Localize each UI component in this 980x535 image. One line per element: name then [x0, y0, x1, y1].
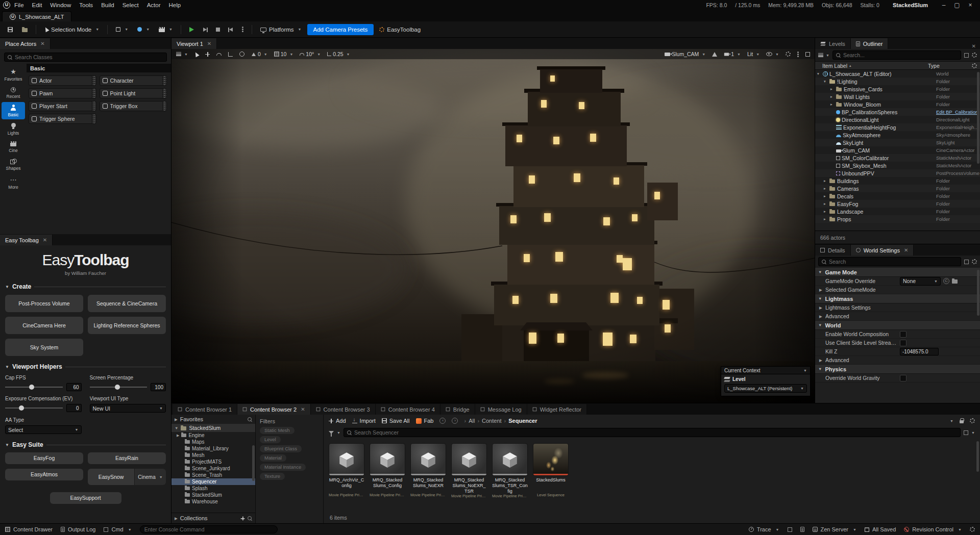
filter-pill[interactable]: Blueprint Class — [260, 445, 302, 452]
assets-search[interactable] — [344, 428, 961, 437]
create-button[interactable]: Sky System — [5, 339, 83, 356]
cinematics-dropdown[interactable]: ▼ — [155, 23, 176, 36]
category-item[interactable]: Shapes — [2, 156, 25, 173]
folder-row[interactable]: ProjectMATS — [172, 458, 255, 465]
filter-pill[interactable]: Level — [260, 436, 281, 443]
outliner-row[interactable]: ▸ Props Folder — [815, 215, 980, 223]
browse-content-button[interactable] — [18, 23, 31, 36]
expand-arrow-icon[interactable]: ▾ — [824, 79, 829, 84]
outliner-row[interactable]: ▸ Landscape Folder — [815, 208, 980, 215]
frame-skip-button[interactable] — [200, 23, 210, 36]
move-tool[interactable] — [204, 50, 211, 58]
gear-icon[interactable] — [972, 53, 977, 58]
category-item[interactable]: Basic — [2, 102, 25, 119]
current-context-header[interactable]: Current Context ▼ — [721, 366, 811, 374]
row-lightmass-advanced[interactable]: ▶ Advanced — [815, 312, 980, 321]
screen-percentage-value[interactable]: 100 — [151, 383, 166, 391]
viewport-options-menu[interactable]: ▼ — [175, 50, 189, 58]
easy-suite-section-header[interactable]: ▼ Easy Suite — [5, 441, 166, 448]
tab-place-actors[interactable]: Place Actors ✕ — [0, 38, 51, 49]
content-browser-tab[interactable]: Content Browser 4 ✕ — [376, 404, 440, 415]
easysnow-button[interactable]: EasySnow — [88, 469, 134, 485]
outliner-row[interactable]: SM_Skybox_Mesh StaticMeshActor — [815, 162, 980, 169]
category-item[interactable]: ⋯ More — [2, 174, 25, 192]
eject-button[interactable] — [226, 23, 236, 36]
asset-tile[interactable]: MRQ_Stacked Slums_NoEXR_TSR Movie Pipeli… — [451, 443, 487, 498]
tab-viewport-1[interactable]: Viewport 1 ✕ — [172, 38, 217, 49]
forward-button[interactable]: › — [452, 418, 458, 424]
create-button[interactable]: CineCamera Here — [5, 317, 83, 334]
content-browser-tab[interactable]: Widget Reflector ✕ — [527, 404, 587, 415]
rotate-tool[interactable] — [215, 50, 223, 58]
selection-mode-dropdown[interactable]: Selection Mode ▼ — [41, 23, 103, 36]
screen-percentage-slider[interactable] — [90, 385, 148, 390]
outliner-scrollbar[interactable] — [977, 72, 979, 164]
filter-pill[interactable]: Texture — [260, 473, 285, 480]
stop-button[interactable] — [212, 23, 224, 36]
category-item[interactable]: Lights — [2, 120, 25, 138]
menu-item[interactable]: Actor — [143, 0, 165, 10]
column-item-label[interactable]: Item Label — [815, 63, 847, 69]
maximize-viewport-button[interactable] — [804, 50, 812, 58]
menu-item[interactable]: Select — [118, 0, 143, 10]
outliner-search-input[interactable] — [843, 52, 958, 58]
expand-arrow-icon[interactable]: ▸ — [824, 209, 829, 214]
outliner-row[interactable]: Slum_CAM CineCameraActor — [815, 146, 980, 154]
outliner-search[interactable] — [832, 50, 961, 60]
expand-arrow-icon[interactable]: ▾ — [817, 71, 822, 76]
close-icon[interactable]: ✕ — [207, 41, 211, 46]
lock-icon[interactable] — [960, 420, 964, 423]
project-root-row[interactable]: ▼ StackedSlum — [172, 424, 255, 432]
asset-tile[interactable]: StackedSlums Level Sequence — [533, 443, 569, 498]
drag-grip-icon[interactable] — [92, 76, 96, 85]
minimize-button[interactable]: – — [937, 2, 950, 9]
expand-arrow-icon[interactable]: ▶ — [819, 288, 825, 292]
revision-control-dropdown[interactable]: Revision Control ▼ — [904, 526, 962, 532]
active-camera-dropdown[interactable]: Slum_CAM▼ — [663, 50, 707, 58]
filter-pill[interactable]: Static Mesh — [260, 427, 295, 434]
trace-dropdown[interactable]: Trace ▼ — [749, 526, 779, 532]
row-world-advanced[interactable]: ▶ Advanced — [815, 356, 980, 365]
rotation-snap-control[interactable]: 10°▼ — [298, 50, 322, 58]
current-level-dropdown[interactable]: L_Showcase_ALT (Persistent) ▼ — [724, 384, 807, 393]
enable-world-composition-checkbox[interactable] — [900, 331, 906, 338]
outliner-row[interactable]: ExponentialHeightFog ExponentialHeightFo… — [815, 123, 980, 131]
asset-filter-menu[interactable]: ▼ — [329, 431, 340, 435]
slider-knob[interactable] — [19, 405, 24, 411]
viewport-kebab-menu[interactable] — [796, 50, 800, 58]
view-mode-dropdown[interactable]: Lit▼ — [746, 50, 761, 58]
add-collection-icon[interactable] — [241, 516, 245, 520]
aa-type-dropdown[interactable]: Select ▼ — [5, 425, 82, 434]
camera-speed-control[interactable]: 1▼ — [722, 50, 742, 58]
menu-item[interactable]: Window — [46, 0, 75, 10]
add-button[interactable]: Add — [329, 418, 346, 424]
back-button[interactable]: ‹ — [439, 418, 446, 424]
outliner-row[interactable]: ▸ Emissive_Cards Folder — [815, 85, 980, 93]
fab-button[interactable]: Fab — [416, 418, 434, 424]
folder-row[interactable]: Scene_Junkyard — [172, 465, 255, 472]
expand-arrow-icon[interactable]: ▶ — [177, 434, 179, 438]
folder-row[interactable]: Mesh — [172, 452, 255, 458]
add-camera-presets-button[interactable]: Add Camera Presets — [307, 24, 374, 35]
tab-levels[interactable]: Levels — [815, 38, 851, 49]
menu-item[interactable]: File — [10, 0, 28, 10]
search-classes-input[interactable] — [15, 54, 163, 60]
expand-arrow-icon[interactable]: ▶ — [819, 305, 825, 310]
slider-knob[interactable] — [115, 385, 120, 390]
collections-row[interactable]: ▶ Collections — [172, 513, 255, 523]
expand-arrow-icon[interactable]: ▶ — [819, 358, 825, 363]
assets-search-input[interactable] — [354, 429, 957, 436]
drag-grip-icon[interactable] — [162, 76, 166, 85]
close-icon[interactable]: ✕ — [40, 41, 44, 46]
outliner-row[interactable]: DirectionalLight DirectionalLight — [815, 116, 980, 123]
kill-z-input[interactable]: -1048575.0 — [900, 348, 939, 355]
category-item[interactable]: Cine — [2, 139, 25, 155]
expand-arrow-icon[interactable]: ▶ — [819, 314, 825, 319]
viewport-scene-image[interactable] — [172, 49, 815, 403]
close-icon[interactable]: ✕ — [904, 247, 908, 253]
level-tab[interactable]: U L_Showcase_ALT — [2, 11, 71, 21]
outliner-row[interactable]: UnboundPPV PostProcessVolume — [815, 169, 980, 177]
expand-arrow-icon[interactable]: ▸ — [824, 186, 829, 191]
actor-chip[interactable]: Pawn — [29, 88, 96, 98]
column-type[interactable]: Type — [928, 63, 972, 69]
